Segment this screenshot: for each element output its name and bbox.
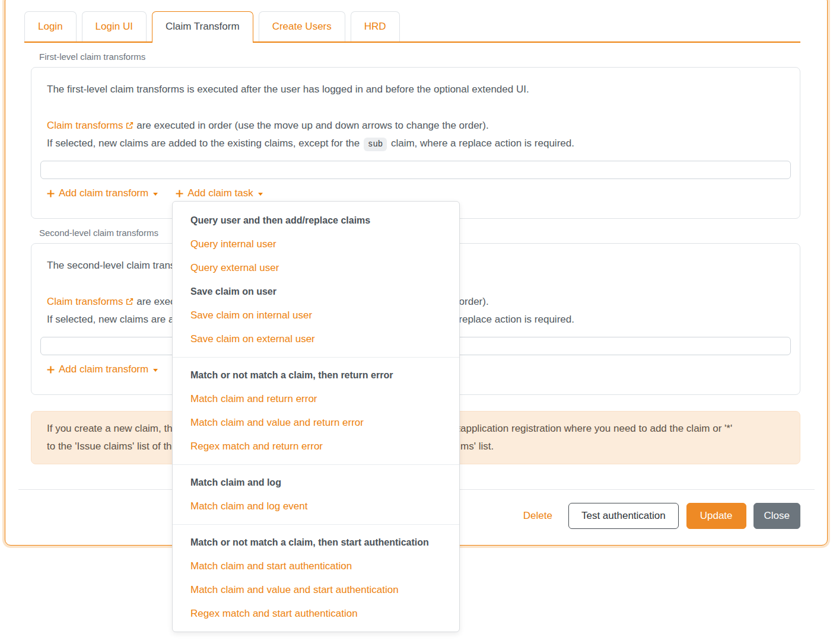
first-level-claim-transform-input[interactable] [40, 161, 791, 179]
selected-text-pre: If selected, new claims are added to the… [47, 138, 363, 149]
update-button[interactable]: Update [686, 503, 746, 529]
add-claim-transform-label: Add claim transform [59, 362, 148, 377]
dropdown-section-header: Match or not match a claim, then return … [173, 364, 459, 387]
claim-transforms-link-label: Claim transforms [47, 120, 123, 131]
plus-icon [47, 366, 55, 374]
plus-icon [176, 190, 183, 197]
dropdown-item-match-claim-start-authentication[interactable]: Match claim and start authentication [173, 554, 459, 578]
first-level-section-label: First-level claim transforms [39, 52, 800, 62]
dropdown-section-header: Query user and then add/replace claims [173, 209, 459, 232]
dropdown-section-header: Match or not match a claim, then start a… [173, 531, 459, 554]
chevron-down-icon [153, 193, 158, 196]
add-claim-task-label: Add claim task [187, 186, 253, 201]
claim-transforms-link[interactable]: Claim transforms [47, 296, 133, 307]
add-claim-transform-button[interactable]: Add claim transform [47, 186, 158, 201]
first-level-button-row: Add claim transform Add claim task [47, 186, 791, 201]
claim-transforms-link-label: Claim transforms [47, 296, 123, 307]
chevron-down-icon [258, 193, 263, 196]
test-authentication-button[interactable]: Test authentication [568, 503, 679, 529]
chevron-down-icon [153, 369, 158, 372]
dropdown-divider [173, 464, 459, 465]
first-level-claim-transforms-panel: The first-level claim transforms is exec… [31, 67, 800, 219]
dropdown-item-match-claim-log-event[interactable]: Match claim and log event [173, 495, 459, 518]
external-link-icon [126, 298, 133, 305]
dropdown-section-header: Match claim and log [173, 471, 459, 495]
dropdown-item-match-claim-value-return-error[interactable]: Match claim and value and return error [173, 411, 459, 435]
tab-bar: Login Login UI Claim Transform Create Us… [24, 11, 800, 43]
delete-button[interactable]: Delete [523, 510, 552, 522]
dropdown-divider [173, 357, 459, 358]
alert-line-2-end: ms' list. [460, 441, 494, 452]
dropdown-section-header: Save claim on user [173, 280, 459, 304]
tab-hrd[interactable]: HRD [351, 11, 400, 42]
tab-create-users[interactable]: Create Users [259, 11, 345, 42]
add-claim-transform-button[interactable]: Add claim transform [47, 362, 158, 377]
dropdown-divider [173, 524, 459, 525]
order-text: are executed in order (use the move up a… [133, 120, 488, 131]
selected-text-post: claim, where a replace action is require… [388, 138, 574, 149]
add-claim-task-dropdown-menu: Query user and then add/replace claims Q… [172, 201, 460, 632]
dropdown-item-save-claim-internal-user[interactable]: Save claim on internal user [173, 304, 459, 327]
tab-claim-transform[interactable]: Claim Transform [152, 11, 253, 43]
tab-login[interactable]: Login [24, 11, 77, 42]
dropdown-item-query-internal-user[interactable]: Query internal user [173, 232, 459, 256]
dropdown-item-regex-match-return-error[interactable]: Regex match and return error [173, 435, 459, 458]
close-button[interactable]: Close [753, 503, 800, 529]
claim-transforms-link[interactable]: Claim transforms [47, 120, 133, 131]
sub-claim-chip: sub [364, 138, 387, 151]
add-claim-task-button[interactable]: Add claim task [176, 186, 263, 201]
dropdown-item-match-claim-value-start-authentication[interactable]: Match claim and value and start authenti… [173, 578, 459, 602]
alert-line-1-end: application registration where you need … [460, 423, 732, 434]
dropdown-item-regex-match-start-authentication[interactable]: Regex match and start authentication [173, 602, 459, 626]
first-level-info: Claim transforms are executed in order (… [47, 117, 791, 153]
add-claim-transform-label: Add claim transform [59, 186, 148, 201]
claim-transform-page: Login Login UI Claim Transform Create Us… [0, 0, 833, 644]
dropdown-item-query-external-user[interactable]: Query external user [173, 256, 459, 280]
tab-login-ui[interactable]: Login UI [82, 11, 147, 42]
dropdown-item-match-claim-return-error[interactable]: Match claim and return error [173, 387, 459, 411]
first-level-description: The first-level claim transforms is exec… [47, 82, 791, 97]
dropdown-item-save-claim-external-user[interactable]: Save claim on external user [173, 327, 459, 351]
plus-icon [47, 190, 55, 197]
external-link-icon [126, 122, 133, 129]
